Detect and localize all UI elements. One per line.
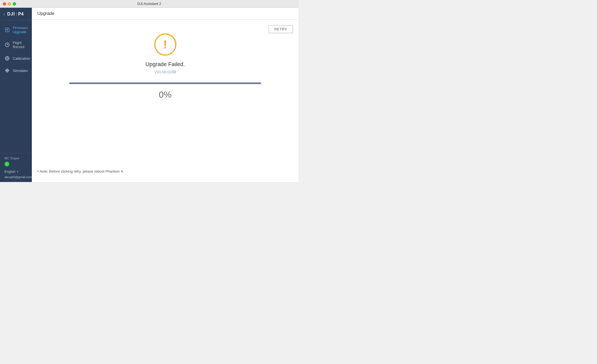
- logo-divider: |: [16, 12, 17, 16]
- note-text: Note: Before clicking retry, please rebo…: [37, 169, 124, 173]
- error-title: Upgrade Failed.: [145, 61, 185, 67]
- email-label: alexqd3@gmail.com: [4, 175, 32, 179]
- progress-bar-container: [69, 82, 261, 84]
- sidebar-item-simulator[interactable]: Simulator: [0, 64, 32, 77]
- sidebar-item-label-flight: Flight Record: [13, 41, 27, 49]
- flight-record-icon: [4, 42, 10, 48]
- app-body: ‹ DJI | P4 Firmware Upgrade: [0, 8, 298, 182]
- error-version: V01.00.0288: [154, 70, 176, 74]
- sidebar-item-flight-record[interactable]: Flight Record: [0, 37, 32, 52]
- sidebar-footer: MC Output English ▼ alexqd3@gmail.com ▼: [0, 153, 32, 182]
- error-icon-container: !: [154, 33, 176, 56]
- svg-point-3: [5, 56, 9, 60]
- sidebar-nav: Firmware Upgrade Flight Record: [0, 20, 32, 153]
- sidebar-item-label-simulator: Simulator: [13, 69, 28, 73]
- sidebar: ‹ DJI | P4 Firmware Upgrade: [0, 8, 32, 182]
- mc-status: [4, 162, 27, 167]
- error-symbol: !: [163, 39, 167, 50]
- sidebar-item-calibration[interactable]: Calibration: [0, 52, 32, 64]
- firmware-upgrade-icon: [4, 27, 10, 33]
- mc-connected-indicator: [4, 162, 9, 167]
- sidebar-item-label-firmware: Firmware Upgrade: [13, 26, 28, 34]
- sidebar-header: ‹ DJI | P4: [0, 8, 32, 20]
- brand-name: DJI: [7, 12, 15, 17]
- device-model: P4: [18, 12, 24, 17]
- error-icon: !: [154, 33, 176, 56]
- close-button[interactable]: [3, 2, 6, 6]
- language-dropdown-arrow: ▼: [16, 170, 19, 173]
- note-section: Note: Before clicking retry, please rebo…: [37, 169, 293, 174]
- content-header: Upgrade: [32, 8, 298, 20]
- content-body: RETRY ! Upgrade Failed. V01.00.0288 0% N…: [32, 20, 298, 182]
- maximize-button[interactable]: [13, 2, 16, 6]
- svg-point-9: [7, 70, 8, 71]
- simulator-icon: [4, 68, 10, 73]
- minimize-button[interactable]: [8, 2, 11, 6]
- email-selector[interactable]: alexqd3@gmail.com ▼: [4, 175, 27, 179]
- title-bar: DJI Assistant 2: [0, 0, 298, 8]
- svg-point-4: [6, 58, 8, 59]
- traffic-lights[interactable]: [3, 2, 16, 6]
- main-content: Upgrade RETRY ! Upgrade Failed. V01.00.0…: [32, 8, 298, 182]
- sidebar-item-label-calibration: Calibration: [13, 56, 30, 61]
- mc-output-label: MC Output: [4, 157, 27, 160]
- dji-logo: DJI | P4: [7, 12, 24, 17]
- back-button[interactable]: ‹: [3, 12, 5, 17]
- language-selector[interactable]: English ▼: [4, 170, 27, 174]
- language-label: English: [4, 170, 15, 174]
- sidebar-item-firmware-upgrade[interactable]: Firmware Upgrade: [0, 22, 32, 37]
- calibration-icon: [4, 56, 10, 61]
- retry-button[interactable]: RETRY: [269, 25, 293, 33]
- window-title: DJI Assistant 2: [137, 2, 161, 6]
- progress-percent: 0%: [159, 90, 171, 100]
- page-title: Upgrade: [37, 11, 54, 16]
